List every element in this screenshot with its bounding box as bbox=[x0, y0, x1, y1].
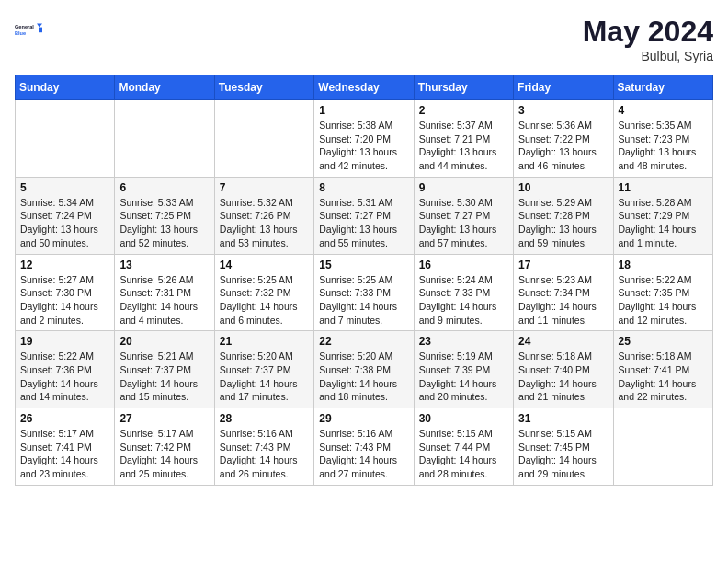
day-number: 10 bbox=[518, 181, 608, 194]
day-info: Sunrise: 5:16 AMSunset: 7:43 PMDaylight:… bbox=[220, 427, 309, 481]
day-info: Sunrise: 5:34 AMSunset: 7:24 PMDaylight:… bbox=[20, 196, 109, 250]
day-info: Sunrise: 5:37 AMSunset: 7:21 PMDaylight:… bbox=[419, 119, 508, 173]
calendar-cell: 22 Sunrise: 5:20 AMSunset: 7:38 PMDaylig… bbox=[314, 331, 414, 408]
calendar-cell: 20 Sunrise: 5:21 AMSunset: 7:37 PMDaylig… bbox=[115, 331, 214, 408]
day-info: Sunrise: 5:27 AMSunset: 7:30 PMDaylight:… bbox=[20, 273, 109, 327]
day-number: 2 bbox=[419, 104, 508, 117]
day-info: Sunrise: 5:15 AMSunset: 7:45 PMDaylight:… bbox=[518, 427, 608, 481]
calendar-table: SundayMondayTuesdayWednesdayThursdayFrid… bbox=[15, 75, 713, 486]
day-number: 8 bbox=[319, 181, 408, 194]
calendar-cell: 5 Sunrise: 5:34 AMSunset: 7:24 PMDayligh… bbox=[16, 177, 115, 254]
day-info: Sunrise: 5:19 AMSunset: 7:39 PMDaylight:… bbox=[419, 350, 508, 404]
calendar-cell: 7 Sunrise: 5:32 AMSunset: 7:26 PMDayligh… bbox=[214, 177, 313, 254]
day-info: Sunrise: 5:17 AMSunset: 7:42 PMDaylight:… bbox=[119, 427, 209, 481]
calendar-cell: 6 Sunrise: 5:33 AMSunset: 7:25 PMDayligh… bbox=[115, 177, 214, 254]
calendar-cell: 21 Sunrise: 5:20 AMSunset: 7:37 PMDaylig… bbox=[214, 331, 313, 408]
day-number: 31 bbox=[518, 412, 608, 425]
day-of-week-header: Tuesday bbox=[214, 75, 313, 100]
calendar-cell bbox=[115, 100, 214, 178]
day-number: 16 bbox=[419, 259, 508, 271]
day-info: Sunrise: 5:31 AMSunset: 7:27 PMDaylight:… bbox=[319, 196, 408, 250]
calendar-cell bbox=[16, 100, 115, 178]
calendar-cell: 17 Sunrise: 5:23 AMSunset: 7:34 PMDaylig… bbox=[514, 254, 613, 331]
day-number: 18 bbox=[619, 259, 708, 271]
day-of-week-header: Friday bbox=[514, 75, 613, 100]
calendar-cell: 25 Sunrise: 5:18 AMSunset: 7:41 PMDaylig… bbox=[613, 331, 712, 408]
logo: GeneralBlue bbox=[15, 15, 44, 44]
day-info: Sunrise: 5:16 AMSunset: 7:43 PMDaylight:… bbox=[319, 427, 408, 481]
calendar-cell: 23 Sunrise: 5:19 AMSunset: 7:39 PMDaylig… bbox=[414, 331, 513, 408]
day-of-week-header: Wednesday bbox=[314, 75, 414, 100]
day-number: 30 bbox=[419, 412, 508, 425]
calendar-cell: 15 Sunrise: 5:25 AMSunset: 7:33 PMDaylig… bbox=[314, 254, 414, 331]
day-info: Sunrise: 5:24 AMSunset: 7:33 PMDaylight:… bbox=[419, 273, 508, 327]
calendar-cell: 8 Sunrise: 5:31 AMSunset: 7:27 PMDayligh… bbox=[314, 177, 414, 254]
calendar-cell: 4 Sunrise: 5:35 AMSunset: 7:23 PMDayligh… bbox=[613, 100, 712, 178]
calendar-cell: 1 Sunrise: 5:38 AMSunset: 7:20 PMDayligh… bbox=[314, 100, 414, 178]
day-info: Sunrise: 5:38 AMSunset: 7:20 PMDaylight:… bbox=[319, 119, 408, 173]
day-info: Sunrise: 5:25 AMSunset: 7:33 PMDaylight:… bbox=[319, 273, 408, 327]
title-block: May 2024 Bulbul, Syria bbox=[583, 15, 713, 63]
day-number: 4 bbox=[619, 104, 708, 117]
calendar-cell: 18 Sunrise: 5:22 AMSunset: 7:35 PMDaylig… bbox=[613, 254, 712, 331]
calendar-cell: 14 Sunrise: 5:25 AMSunset: 7:32 PMDaylig… bbox=[214, 254, 313, 331]
day-number: 9 bbox=[419, 181, 508, 194]
svg-text:General: General bbox=[15, 24, 34, 29]
day-info: Sunrise: 5:23 AMSunset: 7:34 PMDaylight:… bbox=[518, 273, 608, 327]
day-number: 3 bbox=[518, 104, 608, 117]
calendar-cell: 31 Sunrise: 5:15 AMSunset: 7:45 PMDaylig… bbox=[514, 408, 613, 486]
calendar-cell bbox=[613, 408, 712, 486]
day-info: Sunrise: 5:20 AMSunset: 7:37 PMDaylight:… bbox=[220, 350, 309, 404]
day-info: Sunrise: 5:28 AMSunset: 7:29 PMDaylight:… bbox=[619, 196, 708, 250]
day-number: 21 bbox=[220, 335, 309, 348]
calendar-cell: 13 Sunrise: 5:26 AMSunset: 7:31 PMDaylig… bbox=[115, 254, 214, 331]
calendar-cell: 30 Sunrise: 5:15 AMSunset: 7:44 PMDaylig… bbox=[414, 408, 513, 486]
day-info: Sunrise: 5:29 AMSunset: 7:28 PMDaylight:… bbox=[518, 196, 608, 250]
day-number: 15 bbox=[319, 259, 408, 271]
day-info: Sunrise: 5:26 AMSunset: 7:31 PMDaylight:… bbox=[119, 273, 209, 327]
day-number: 1 bbox=[319, 104, 408, 117]
logo-icon: GeneralBlue bbox=[15, 15, 44, 44]
day-info: Sunrise: 5:20 AMSunset: 7:38 PMDaylight:… bbox=[319, 350, 408, 404]
day-info: Sunrise: 5:32 AMSunset: 7:26 PMDaylight:… bbox=[220, 196, 309, 250]
svg-rect-3 bbox=[39, 28, 42, 33]
calendar-cell: 19 Sunrise: 5:22 AMSunset: 7:36 PMDaylig… bbox=[16, 331, 115, 408]
day-info: Sunrise: 5:35 AMSunset: 7:23 PMDaylight:… bbox=[619, 119, 708, 173]
day-number: 25 bbox=[619, 335, 708, 348]
calendar-cell: 27 Sunrise: 5:17 AMSunset: 7:42 PMDaylig… bbox=[115, 408, 214, 486]
day-info: Sunrise: 5:17 AMSunset: 7:41 PMDaylight:… bbox=[20, 427, 109, 481]
day-info: Sunrise: 5:18 AMSunset: 7:40 PMDaylight:… bbox=[518, 350, 608, 404]
day-number: 24 bbox=[518, 335, 608, 348]
day-info: Sunrise: 5:15 AMSunset: 7:44 PMDaylight:… bbox=[419, 427, 508, 481]
day-number: 19 bbox=[20, 335, 109, 348]
day-of-week-header: Thursday bbox=[414, 75, 513, 100]
day-info: Sunrise: 5:22 AMSunset: 7:36 PMDaylight:… bbox=[20, 350, 109, 404]
calendar-cell: 29 Sunrise: 5:16 AMSunset: 7:43 PMDaylig… bbox=[314, 408, 414, 486]
calendar-cell: 3 Sunrise: 5:36 AMSunset: 7:22 PMDayligh… bbox=[514, 100, 613, 178]
day-info: Sunrise: 5:21 AMSunset: 7:37 PMDaylight:… bbox=[119, 350, 209, 404]
day-of-week-header: Monday bbox=[115, 75, 214, 100]
calendar-cell: 16 Sunrise: 5:24 AMSunset: 7:33 PMDaylig… bbox=[414, 254, 513, 331]
day-number: 27 bbox=[119, 412, 209, 425]
day-number: 22 bbox=[319, 335, 408, 348]
day-number: 11 bbox=[619, 181, 708, 194]
day-number: 29 bbox=[319, 412, 408, 425]
day-number: 6 bbox=[119, 181, 209, 194]
month-title: May 2024 bbox=[583, 15, 713, 49]
day-number: 23 bbox=[419, 335, 508, 348]
calendar-cell: 9 Sunrise: 5:30 AMSunset: 7:27 PMDayligh… bbox=[414, 177, 513, 254]
location: Bulbul, Syria bbox=[583, 49, 713, 63]
calendar-cell bbox=[214, 100, 313, 178]
calendar-cell: 11 Sunrise: 5:28 AMSunset: 7:29 PMDaylig… bbox=[613, 177, 712, 254]
svg-marker-2 bbox=[37, 24, 42, 28]
day-number: 13 bbox=[119, 259, 209, 271]
day-number: 17 bbox=[518, 259, 608, 271]
calendar-cell: 10 Sunrise: 5:29 AMSunset: 7:28 PMDaylig… bbox=[514, 177, 613, 254]
day-number: 28 bbox=[220, 412, 309, 425]
day-info: Sunrise: 5:25 AMSunset: 7:32 PMDaylight:… bbox=[220, 273, 309, 327]
day-number: 12 bbox=[20, 259, 109, 271]
page-header: GeneralBlue May 2024 Bulbul, Syria bbox=[15, 15, 713, 63]
calendar-cell: 12 Sunrise: 5:27 AMSunset: 7:30 PMDaylig… bbox=[16, 254, 115, 331]
day-number: 14 bbox=[220, 259, 309, 271]
day-info: Sunrise: 5:33 AMSunset: 7:25 PMDaylight:… bbox=[119, 196, 209, 250]
